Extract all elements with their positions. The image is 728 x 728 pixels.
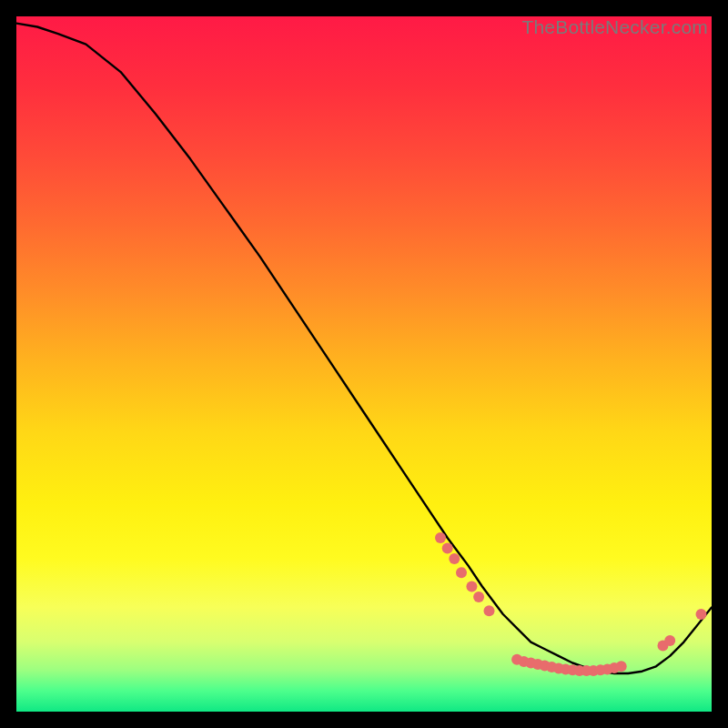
bottleneck-chart [16, 16, 712, 712]
chart-background [16, 16, 712, 712]
chart-dot [449, 553, 460, 564]
chart-dot [696, 609, 707, 620]
chart-dot [442, 543, 453, 554]
chart-dot [473, 592, 484, 602]
chart-frame: TheBottleNecker.com [16, 16, 712, 712]
chart-dot [466, 581, 477, 592]
chart-dot [664, 635, 675, 646]
chart-dot [484, 605, 495, 616]
chart-dot [616, 661, 627, 672]
chart-dot [435, 532, 446, 543]
chart-dot [456, 567, 467, 578]
watermark-text: TheBottleNecker.com [521, 16, 708, 38]
